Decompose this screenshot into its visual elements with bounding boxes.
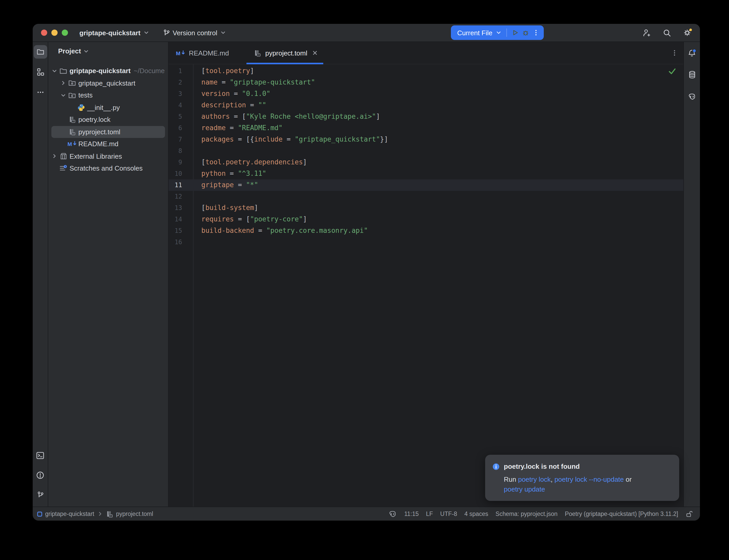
status-4-spaces[interactable]: 4 spaces bbox=[465, 511, 488, 517]
run-config-label: Current File bbox=[457, 29, 493, 37]
close-tab-button[interactable] bbox=[312, 50, 318, 56]
tree-item-external-libraries[interactable]: External Libraries bbox=[48, 150, 168, 162]
structure-tool-button[interactable] bbox=[33, 65, 47, 79]
tab-options-button[interactable] bbox=[671, 49, 678, 57]
code-line-16[interactable]: 16 bbox=[169, 236, 683, 248]
project-widget[interactable]: griptape-quickstart bbox=[79, 29, 149, 37]
tree-item-label: griptape_quickstart bbox=[78, 79, 135, 87]
status-label: UTF-8 bbox=[440, 511, 457, 517]
run-configuration-widget[interactable]: Current File bbox=[451, 25, 544, 40]
problems-tool-button[interactable] bbox=[33, 468, 47, 482]
settings-button[interactable] bbox=[683, 28, 693, 37]
terminal-tool-button[interactable] bbox=[33, 449, 47, 462]
link-poetry-lock-no-update[interactable]: poetry lock --no-update bbox=[554, 475, 624, 483]
code-line-13[interactable]: 13[build-system] bbox=[169, 202, 683, 214]
code-line-9[interactable]: 9[tool.poetry.dependencies] bbox=[169, 157, 683, 168]
tree-item-init-py[interactable]: __init__.py bbox=[48, 101, 168, 114]
code-line-2[interactable]: 2name = "griptape-quickstart" bbox=[169, 77, 683, 88]
line-number[interactable]: 15 bbox=[169, 225, 182, 236]
status-poetry-griptape-quickstart-python-3-11-2[interactable]: Poetry (griptape-quickstart) [Python 3.1… bbox=[565, 511, 678, 517]
chevron-right-icon[interactable] bbox=[50, 153, 59, 159]
code-line-15[interactable]: 15build-backend = "poetry.core.masonry.a… bbox=[169, 225, 683, 236]
code-line-10[interactable]: 10python = "^3.11" bbox=[169, 168, 683, 179]
code-line-3[interactable]: 3version = "0.1.0" bbox=[169, 88, 683, 100]
line-number[interactable]: 6 bbox=[169, 122, 182, 134]
line-number[interactable]: 3 bbox=[169, 88, 182, 100]
tree-item-griptape-quickstart[interactable]: griptape_quickstart bbox=[48, 77, 168, 89]
tree-item-readme-md[interactable]: MREADME.md bbox=[48, 138, 168, 150]
code-line-1[interactable]: 1[tool.poetry] bbox=[169, 65, 683, 77]
tree-item-griptape-quickstart[interactable]: griptape-quickstart~/Docume bbox=[48, 65, 168, 77]
code-line-4[interactable]: 4description = "" bbox=[169, 100, 683, 111]
line-number[interactable]: 1 bbox=[169, 65, 182, 77]
code-line-7[interactable]: 7packages = [{include = "griptape_quicks… bbox=[169, 134, 683, 145]
copilot-tool-button[interactable] bbox=[685, 90, 699, 103]
tab-label: pyproject.toml bbox=[265, 49, 307, 57]
fullscreen-window-button[interactable] bbox=[62, 30, 68, 36]
chevron-down-icon[interactable] bbox=[50, 68, 59, 74]
code-line-8[interactable]: 8 bbox=[169, 145, 683, 157]
code-line-11[interactable]: 11griptape = "*" bbox=[169, 179, 683, 191]
line-number[interactable]: 4 bbox=[169, 100, 182, 111]
toml-icon: T bbox=[106, 510, 113, 518]
line-number[interactable]: 9 bbox=[169, 157, 182, 168]
status-utf-8[interactable]: UTF-8 bbox=[440, 511, 457, 517]
minimize-window-button[interactable] bbox=[51, 30, 58, 36]
code-line-5[interactable]: 5authors = ["Kyle Roche <hello@griptape.… bbox=[169, 111, 683, 122]
breadcrumb-item-griptape-quickstart[interactable]: griptape-quickstart bbox=[37, 511, 94, 517]
notification-header: poetry.lock is not found bbox=[493, 461, 672, 472]
link-poetry-lock[interactable]: poetry lock bbox=[518, 475, 551, 483]
chevron-down-icon[interactable] bbox=[59, 92, 67, 99]
chevron-right-icon[interactable] bbox=[59, 80, 67, 86]
tree-item-tests[interactable]: tests bbox=[48, 89, 168, 101]
project-tool-button[interactable] bbox=[33, 45, 47, 59]
breadcrumb-item-pyproject-toml[interactable]: Tpyproject.toml bbox=[106, 510, 153, 518]
tree-item-label: pyproject.toml bbox=[78, 128, 120, 136]
unlock-icon[interactable] bbox=[685, 510, 693, 518]
line-number[interactable]: 16 bbox=[169, 236, 182, 248]
line-number[interactable]: 10 bbox=[169, 168, 182, 179]
more-tool-windows-button[interactable] bbox=[33, 86, 47, 99]
line-number[interactable]: 13 bbox=[169, 202, 182, 214]
more-run-actions-button[interactable] bbox=[532, 29, 540, 36]
line-number[interactable]: 8 bbox=[169, 145, 182, 157]
close-window-button[interactable] bbox=[41, 30, 47, 36]
line-number[interactable]: 7 bbox=[169, 134, 182, 145]
version-control-widget[interactable]: Version control bbox=[163, 29, 226, 37]
status-lf[interactable]: LF bbox=[426, 511, 433, 517]
link-poetry-update[interactable]: poetry update bbox=[504, 485, 545, 493]
line-number[interactable]: 5 bbox=[169, 111, 182, 122]
code-token: }] bbox=[380, 135, 388, 143]
search-everywhere-button[interactable] bbox=[663, 28, 671, 37]
code-token: build-backend bbox=[201, 227, 254, 234]
status-label: 4 spaces bbox=[465, 511, 488, 517]
database-tool-button[interactable] bbox=[685, 68, 699, 81]
code-line-14[interactable]: 14requires = ["poetry-core"] bbox=[169, 214, 683, 225]
code-token: name bbox=[201, 78, 218, 86]
notifications-button[interactable] bbox=[685, 46, 699, 60]
code-token: "griptape-quickstart" bbox=[230, 78, 315, 86]
code-token: build-system bbox=[205, 204, 254, 212]
tree-item-scratches-and-consoles[interactable]: Scratches and Consoles bbox=[48, 162, 168, 174]
status-schema-pyproject-json[interactable]: Schema: pyproject.json bbox=[496, 511, 558, 517]
code-editor[interactable]: 1[tool.poetry]2name = "griptape-quicksta… bbox=[169, 64, 683, 507]
line-number[interactable]: 14 bbox=[169, 214, 182, 225]
status-11-15[interactable]: 11:15 bbox=[404, 511, 419, 517]
debug-button[interactable] bbox=[522, 29, 529, 36]
tab-readme-md[interactable]: MREADME.md bbox=[169, 42, 234, 64]
project-panel-header[interactable]: Project bbox=[48, 42, 168, 59]
code-line-6[interactable]: 6readme = "README.md" bbox=[169, 122, 683, 134]
run-button[interactable] bbox=[512, 29, 519, 36]
tab-pyproject-toml[interactable]: Tpyproject.toml bbox=[247, 42, 323, 64]
line-number[interactable]: 12 bbox=[169, 191, 182, 202]
folder-icon bbox=[59, 67, 68, 75]
line-number[interactable]: 11 bbox=[169, 179, 182, 191]
code-line-12[interactable]: 12 bbox=[169, 191, 683, 202]
copilot-status-icon[interactable] bbox=[388, 509, 397, 518]
line-number[interactable]: 2 bbox=[169, 77, 182, 88]
tree-item-poetry-lock[interactable]: Tpoetry.lock bbox=[48, 114, 168, 126]
code-with-me-button[interactable] bbox=[642, 28, 651, 37]
version-control-tool-button[interactable] bbox=[33, 488, 47, 501]
tree-item-pyproject-toml[interactable]: Tpyproject.toml bbox=[48, 126, 168, 138]
left-toolbar-bottom bbox=[33, 449, 47, 501]
